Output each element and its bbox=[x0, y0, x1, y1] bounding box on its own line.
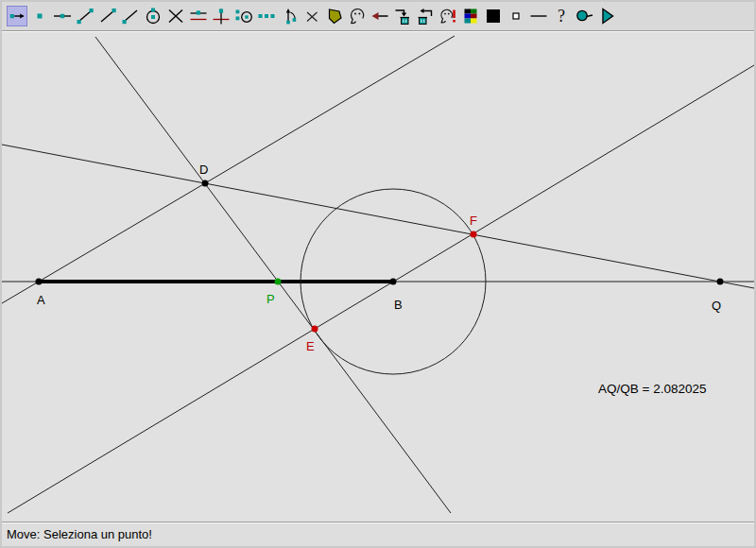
macro-button[interactable] bbox=[438, 6, 458, 26]
line-D-F-Q[interactable] bbox=[2, 145, 754, 288]
point-P[interactable] bbox=[275, 279, 282, 285]
point-label-E: E bbox=[306, 339, 315, 353]
point-label-F: F bbox=[470, 214, 477, 228]
svg-text:?: ? bbox=[558, 7, 565, 26]
macro-ghost-exclaim-icon bbox=[438, 6, 458, 26]
ray-tool[interactable] bbox=[97, 6, 118, 26]
segment-with-midpoint-tool[interactable] bbox=[52, 6, 73, 26]
zoom-button[interactable] bbox=[574, 6, 594, 26]
run-macro-button[interactable] bbox=[596, 6, 617, 26]
line-D-P-E[interactable] bbox=[95, 37, 451, 513]
point-F[interactable] bbox=[471, 231, 477, 238]
segment-icon bbox=[75, 6, 95, 26]
black-square-icon bbox=[483, 6, 504, 26]
color-black-button[interactable] bbox=[483, 6, 504, 26]
help-question-icon: ? bbox=[551, 6, 572, 26]
color-palette-icon bbox=[460, 6, 481, 26]
magnifier-icon bbox=[574, 6, 594, 26]
point-style-button[interactable] bbox=[506, 6, 526, 26]
circle-tool[interactable] bbox=[143, 6, 163, 26]
midpoint-tool[interactable] bbox=[256, 6, 277, 26]
parallel-tool[interactable] bbox=[188, 6, 209, 26]
drawing-canvas[interactable]: ADPEBFQAQ/QB = 2.082025 bbox=[2, 31, 754, 522]
point-icon bbox=[29, 6, 50, 26]
toolbar: ? bbox=[2, 2, 754, 31]
undelete-button[interactable] bbox=[415, 6, 436, 26]
point-Q[interactable] bbox=[717, 279, 724, 285]
line-width-icon bbox=[528, 6, 549, 26]
segment-tool[interactable] bbox=[75, 6, 95, 26]
hide-object-tool[interactable] bbox=[301, 6, 322, 26]
expression-annotation[interactable]: AQ/QB = 2.082025 bbox=[598, 382, 706, 396]
parallel-icon bbox=[188, 6, 209, 26]
perpendicular-tool[interactable] bbox=[211, 6, 232, 26]
line-style-button[interactable] bbox=[528, 6, 549, 26]
geometry-svg: ADPEBFQAQ/QB = 2.082025 bbox=[2, 32, 754, 521]
point-label-D: D bbox=[199, 163, 208, 177]
polygon-tool[interactable] bbox=[324, 6, 345, 26]
perpendicular-icon bbox=[211, 6, 232, 26]
fixed-circle-icon bbox=[233, 6, 254, 26]
angle-tool[interactable] bbox=[279, 6, 300, 26]
back-step-button[interactable] bbox=[369, 6, 390, 26]
point-label-B: B bbox=[394, 298, 403, 312]
circle-icon bbox=[143, 6, 163, 26]
point-B[interactable] bbox=[390, 279, 397, 285]
color-picker-button[interactable] bbox=[460, 6, 481, 26]
delete-button[interactable] bbox=[392, 6, 413, 26]
line-tool[interactable] bbox=[120, 6, 141, 26]
play-triangle-icon bbox=[596, 6, 617, 26]
point-label-Q: Q bbox=[712, 299, 721, 313]
line-E-B-F[interactable] bbox=[8, 65, 754, 513]
back-arrow-icon bbox=[369, 6, 390, 26]
angle-icon bbox=[279, 6, 300, 26]
help-button[interactable]: ? bbox=[551, 6, 572, 26]
expression-tool[interactable] bbox=[347, 6, 368, 26]
point-E[interactable] bbox=[312, 326, 318, 333]
status-bar: Move: Seleziona un punto! bbox=[2, 522, 754, 546]
point-tool[interactable] bbox=[29, 6, 50, 26]
line-icon bbox=[120, 6, 141, 26]
fixed-circle-tool[interactable] bbox=[233, 6, 254, 26]
midpoint-icon bbox=[256, 6, 277, 26]
undelete-trash-icon bbox=[415, 6, 436, 26]
hide-object-icon bbox=[301, 6, 322, 26]
app-window: ? ADPEBFQAQ/QB = 2.082025 Move: Selezion… bbox=[0, 0, 756, 548]
expression-ghost-icon bbox=[347, 6, 368, 26]
intersection-tool[interactable] bbox=[165, 6, 186, 26]
point-D[interactable] bbox=[202, 180, 209, 187]
intersection-icon bbox=[165, 6, 186, 26]
point-A[interactable] bbox=[36, 279, 43, 285]
polygon-icon bbox=[324, 6, 345, 26]
segment-with-midpoint-icon bbox=[52, 6, 73, 26]
delete-trash-icon bbox=[392, 6, 413, 26]
move-icon bbox=[8, 6, 26, 26]
point-label-A: A bbox=[37, 293, 45, 307]
move-tool[interactable] bbox=[7, 6, 27, 26]
point-label-P: P bbox=[266, 292, 275, 306]
point-size-square-icon bbox=[506, 6, 526, 26]
line-A-D[interactable] bbox=[2, 36, 455, 303]
ray-icon bbox=[97, 6, 118, 26]
status-text: Move: Seleziona un punto! bbox=[7, 527, 152, 541]
